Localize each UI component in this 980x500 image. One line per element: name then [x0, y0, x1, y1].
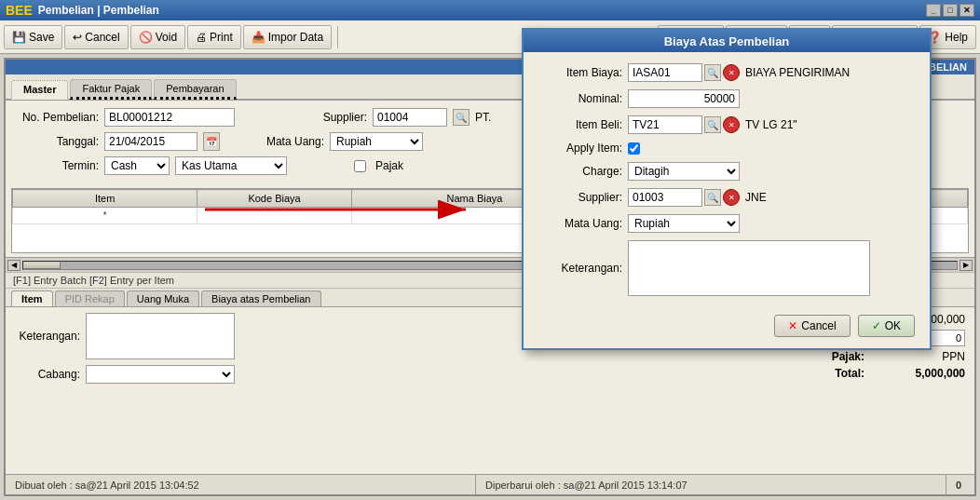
item-beli-name: TV LG 21"	[745, 118, 797, 131]
dialog-supplier-clear-btn[interactable]: ✕	[723, 189, 740, 206]
keterangan-textarea[interactable]	[86, 313, 235, 359]
no-pembelian-label: No. Pembelian:	[15, 111, 99, 124]
print-button[interactable]: 🖨 Print	[187, 25, 241, 49]
close-btn[interactable]: ✕	[960, 4, 974, 17]
dialog-nominal-label: Nominal:	[538, 92, 622, 105]
status-bar: Dibuat oleh : sa@21 April 2015 13:04:52 …	[6, 474, 974, 494]
cancel-button[interactable]: ↩ Cancel	[64, 25, 128, 49]
item-beli-group: 🔍 ✕ TV LG 21"	[628, 115, 797, 134]
dialog-charge-row: Charge: Ditagih Tidak Ditagih	[538, 162, 915, 181]
dialog-supplier-code-input[interactable]	[628, 188, 702, 207]
tab-pid-rekap[interactable]: PID Rekap	[55, 291, 125, 306]
keterangan-label: Keterangan:	[15, 330, 80, 343]
void-button[interactable]: 🚫 Void	[130, 25, 185, 49]
total-row: Total: 5,000,000	[704, 367, 965, 380]
dialog-supplier-name: JNE	[745, 191, 767, 204]
total-value: 5,000,000	[872, 367, 965, 380]
termin-select[interactable]: Cash	[104, 156, 170, 175]
calendar-btn[interactable]: 📅	[203, 132, 220, 151]
dialog-mata-uang-row: Mata Uang: Rupiah	[538, 214, 915, 233]
biaya-dialog: Biaya Atas Pembelian Item Biaya: 🔍 ✕ BIA…	[522, 28, 932, 350]
dialog-item-biaya-row: Item Biaya: 🔍 ✕ BIAYA PENGIRIMAN	[538, 63, 915, 82]
mata-uang-select[interactable]: Rupiah	[330, 132, 423, 151]
item-biaya-code-input[interactable]	[628, 63, 702, 82]
supplier-search-btn[interactable]: 🔍	[453, 109, 470, 126]
item-beli-search-btn[interactable]: 🔍	[704, 116, 721, 133]
row-kode-biaya[interactable]	[197, 208, 351, 224]
dialog-keterangan-label: Keterangan:	[538, 262, 622, 275]
app-title: Pembelian | Pembelian	[38, 4, 159, 17]
keterangan-row: Keterangan:	[15, 313, 235, 359]
dialog-apply-item-label: Apply Item:	[538, 142, 622, 155]
dialog-keterangan-row: Keterangan:	[538, 240, 915, 296]
status-created: Dibuat oleh : sa@21 April 2015 13:04:52	[6, 475, 476, 494]
status-updated: Diperbarui oleh : sa@21 April 2015 13:14…	[476, 475, 946, 494]
tab-pembayaran[interactable]: Pembayaran	[154, 79, 236, 100]
tab-item[interactable]: Item	[11, 291, 53, 306]
dialog-supplier-label: Supplier:	[538, 191, 622, 204]
tanggal-input[interactable]	[104, 132, 197, 151]
dialog-item-biaya-label: Item Biaya:	[538, 66, 622, 79]
termin-label: Termin:	[15, 159, 99, 172]
nominal-input[interactable]	[628, 89, 740, 108]
cabang-select[interactable]	[86, 365, 235, 384]
item-biaya-search-btn[interactable]: 🔍	[704, 64, 721, 81]
tab-master[interactable]: Master	[11, 80, 68, 100]
dialog-apply-item-row: Apply Item:	[538, 142, 915, 155]
dialog-buttons: ✕ Cancel ✓ OK	[538, 307, 915, 337]
dialog-supplier-group: 🔍 ✕ JNE	[628, 188, 767, 207]
pajak-summary-label: Pajak:	[790, 350, 864, 363]
tanggal-label: Tanggal:	[15, 135, 99, 148]
app-logo: BEE	[6, 3, 33, 18]
save-icon: 💾	[12, 31, 26, 44]
pajak-checkbox[interactable]	[354, 160, 366, 172]
total-label: Total:	[790, 367, 864, 380]
dialog-charge-label: Charge:	[538, 165, 622, 178]
pajak-row: Pajak: PPN	[704, 350, 965, 363]
minimize-btn[interactable]: _	[926, 4, 941, 17]
cabang-label: Cabang:	[15, 368, 80, 381]
item-biaya-clear-btn[interactable]: ✕	[723, 64, 740, 81]
dialog-item-beli-row: Item Beli: 🔍 ✕ TV LG 21"	[538, 115, 915, 134]
scroll-right-btn[interactable]: ▶	[960, 260, 973, 271]
item-beli-clear-btn[interactable]: ✕	[723, 116, 740, 133]
dialog-nominal-row: Nominal:	[538, 89, 915, 108]
charge-select[interactable]: Ditagih Tidak Ditagih	[628, 162, 740, 181]
dialog-ok-button[interactable]: ✓ OK	[858, 315, 915, 337]
dialog-mata-uang-select[interactable]: Rupiah	[628, 214, 740, 233]
scroll-left-btn[interactable]: ◀	[7, 260, 20, 271]
item-beli-code-input[interactable]	[628, 115, 702, 134]
scroll-thumb[interactable]	[23, 262, 61, 269]
supplier-name: PT.	[475, 111, 491, 124]
import-button[interactable]: 📥 Impor Data	[243, 25, 332, 49]
dialog-cancel-button[interactable]: ✕ Cancel	[774, 315, 850, 337]
kas-select[interactable]: Kas Utama	[175, 156, 287, 175]
apply-item-checkbox[interactable]	[628, 142, 640, 155]
bottom-left: Keterangan: Cabang:	[15, 313, 235, 385]
separator	[337, 26, 338, 48]
supplier-label: Supplier:	[302, 111, 367, 124]
tab-faktur-pajak[interactable]: Faktur Pajak	[70, 79, 152, 100]
dialog-title: Biaya Atas Pembelian	[524, 31, 930, 52]
item-biaya-group: 🔍 ✕ BIAYA PENGIRIMAN	[628, 63, 850, 82]
supplier-input[interactable]	[373, 108, 447, 127]
no-pembelian-input[interactable]	[104, 108, 235, 127]
item-biaya-name: BIAYA PENGIRIMAN	[745, 66, 850, 79]
dialog-supplier-row: Supplier: 🔍 ✕ JNE	[538, 188, 915, 207]
tab-uang-muka[interactable]: Uang Muka	[127, 291, 199, 306]
save-button[interactable]: 💾 Save	[4, 25, 62, 49]
cancel-x-icon: ✕	[788, 319, 797, 332]
ok-check-icon: ✓	[872, 319, 881, 332]
dialog-item-beli-label: Item Beli:	[538, 118, 622, 131]
dialog-mata-uang-label: Mata Uang:	[538, 217, 622, 230]
row-marker: *	[13, 208, 197, 224]
dialog-keterangan-input[interactable]	[628, 240, 870, 296]
dialog-supplier-search-btn[interactable]: 🔍	[704, 189, 721, 206]
void-icon: 🚫	[139, 31, 153, 44]
col-item-beli: Item	[13, 190, 197, 208]
maximize-btn[interactable]: □	[943, 4, 958, 17]
window-controls: _ □ ✕	[926, 4, 974, 17]
pajak-value: PPN	[872, 350, 965, 363]
tab-biaya[interactable]: Biaya atas Pembelian	[201, 291, 320, 306]
print-icon: 🖨	[196, 31, 207, 44]
